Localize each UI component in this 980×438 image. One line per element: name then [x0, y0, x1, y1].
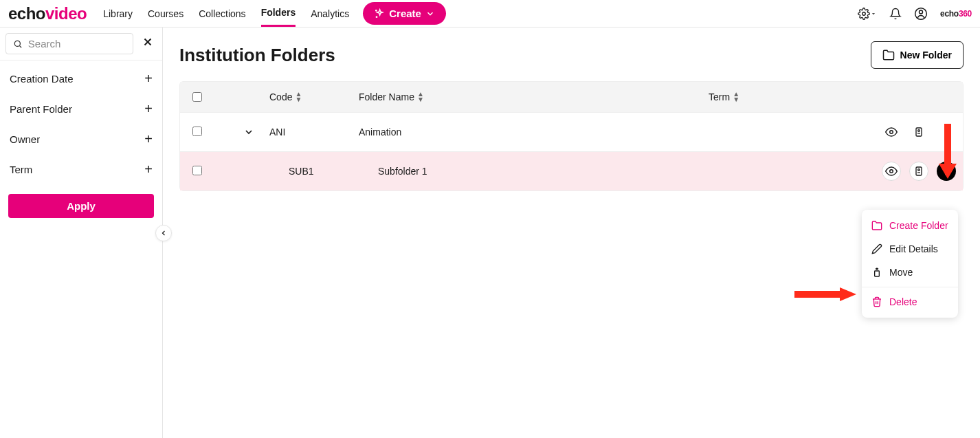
menu-create-folder[interactable]: Create Folder — [862, 214, 958, 237]
folder-icon — [882, 49, 895, 61]
select-all-checkbox[interactable] — [192, 92, 202, 102]
annotation-arrow-down-icon — [937, 124, 958, 179]
create-label: Create — [389, 8, 421, 19]
notifications-button[interactable] — [889, 8, 902, 20]
filter-label: Owner — [10, 133, 40, 145]
sort-icon[interactable]: ▲▼ — [417, 91, 424, 102]
sparkle-icon — [374, 8, 385, 19]
nav-analytics[interactable]: Analytics — [311, 1, 349, 26]
pencil-icon — [871, 243, 882, 254]
svg-point-9 — [918, 130, 920, 132]
eye-icon — [885, 126, 898, 138]
table-header: Code ▲▼ Folder Name ▲▼ Term ▲▼ — [180, 82, 963, 112]
search-box[interactable] — [5, 33, 133, 54]
new-folder-button[interactable]: New Folder — [871, 41, 964, 69]
col-label: Code — [269, 91, 292, 102]
svg-point-0 — [862, 12, 866, 15]
menu-label: Edit Details — [889, 243, 938, 254]
settings-dropdown[interactable] — [858, 8, 877, 20]
filter-owner[interactable]: Owner + — [0, 124, 162, 154]
page-head: Institution Folders New Folder — [179, 41, 964, 69]
filter-creation-date[interactable]: Creation Date + — [0, 63, 162, 94]
brand-part2: video — [45, 4, 87, 23]
col-label: Folder Name — [359, 91, 414, 102]
menu-edit-details[interactable]: Edit Details — [862, 237, 958, 261]
chevron-down-icon — [243, 127, 254, 138]
filter-list: Creation Date + Parent Folder + Owner + … — [0, 61, 162, 187]
page-title: Institution Folders — [179, 45, 335, 66]
svg-line-4 — [20, 45, 22, 47]
nav-library[interactable]: Library — [103, 1, 133, 26]
context-menu: Create Folder Edit Details Move Delete — [862, 210, 958, 318]
search-icon — [13, 39, 23, 50]
sort-icon[interactable]: ▲▼ — [295, 91, 302, 102]
close-icon — [142, 36, 154, 48]
create-button[interactable]: Create — [363, 2, 446, 25]
id-card-icon — [913, 126, 924, 138]
filter-term[interactable]: Term + — [0, 154, 162, 184]
row-checkbox[interactable] — [192, 127, 202, 136]
user-circle-icon — [914, 7, 928, 21]
move-icon — [871, 267, 882, 278]
menu-delete[interactable]: Delete — [862, 290, 958, 314]
primary-nav: Library Courses Collections Folders Anal… — [103, 0, 349, 27]
app-body: Creation Date + Parent Folder + Owner + … — [0, 28, 980, 438]
plus-icon[interactable]: + — [144, 72, 153, 85]
search-row — [0, 33, 162, 61]
nav-folders[interactable]: Folders — [261, 0, 296, 27]
col-label: Term — [709, 91, 730, 102]
filter-parent-folder[interactable]: Parent Folder + — [0, 94, 162, 124]
plus-icon[interactable]: + — [144, 162, 153, 176]
brand-small[interactable]: echo360 — [940, 9, 972, 19]
svg-point-7 — [890, 131, 893, 134]
nav-collections[interactable]: Collections — [199, 1, 245, 26]
main-content: Institution Folders New Folder Code ▲▼ F… — [163, 28, 980, 438]
svg-point-16 — [918, 169, 920, 171]
header-right: echo360 — [858, 7, 972, 21]
svg-point-14 — [890, 170, 893, 173]
brand-small-2: 360 — [959, 9, 972, 19]
menu-separator — [862, 287, 958, 287]
card-button[interactable] — [909, 122, 928, 142]
svg-marker-23 — [939, 164, 957, 179]
svg-marker-25 — [840, 287, 856, 301]
brand-logo[interactable]: echovideo — [8, 4, 87, 23]
view-button[interactable] — [882, 122, 901, 142]
close-search-button[interactable] — [139, 33, 157, 54]
nav-courses[interactable]: Courses — [148, 1, 183, 26]
apply-button[interactable]: Apply — [8, 194, 154, 218]
bell-icon — [889, 8, 902, 20]
menu-label: Create Folder — [889, 220, 948, 231]
col-term[interactable]: Term ▲▼ — [709, 91, 846, 102]
filter-label: Term — [10, 164, 32, 175]
id-card-icon — [913, 165, 924, 177]
menu-label: Delete — [889, 296, 917, 307]
row-checkbox[interactable] — [192, 166, 202, 175]
filter-label: Creation Date — [10, 73, 74, 85]
caret-down-icon — [870, 10, 877, 17]
card-button[interactable] — [909, 162, 928, 181]
sort-icon[interactable]: ▲▼ — [733, 91, 739, 102]
cell-code: SUB1 — [269, 166, 359, 177]
svg-rect-21 — [875, 271, 880, 276]
search-input[interactable] — [28, 38, 126, 50]
svg-point-3 — [14, 41, 20, 46]
expand-toggle[interactable] — [228, 127, 269, 138]
plus-icon[interactable]: + — [144, 102, 153, 116]
menu-label: Move — [889, 267, 913, 278]
col-code[interactable]: Code ▲▼ — [269, 91, 359, 102]
trash-icon — [871, 296, 882, 307]
plus-icon[interactable]: + — [144, 132, 153, 146]
col-name[interactable]: Folder Name ▲▼ — [359, 91, 709, 102]
account-button[interactable] — [914, 7, 928, 21]
brand-small-1: echo — [940, 9, 959, 19]
view-button[interactable] — [882, 162, 901, 181]
folders-table: Code ▲▼ Folder Name ▲▼ Term ▲▼ ANI — [179, 81, 964, 191]
annotation-arrow-right-icon — [794, 286, 856, 303]
menu-move[interactable]: Move — [862, 261, 958, 284]
svg-point-2 — [920, 10, 923, 14]
filter-label: Parent Folder — [10, 103, 72, 115]
table-row[interactable]: ANI Animation — [180, 112, 963, 151]
table-row[interactable]: SUB1 Subfolder 1 — [180, 151, 963, 190]
brand-part1: echo — [8, 4, 45, 23]
